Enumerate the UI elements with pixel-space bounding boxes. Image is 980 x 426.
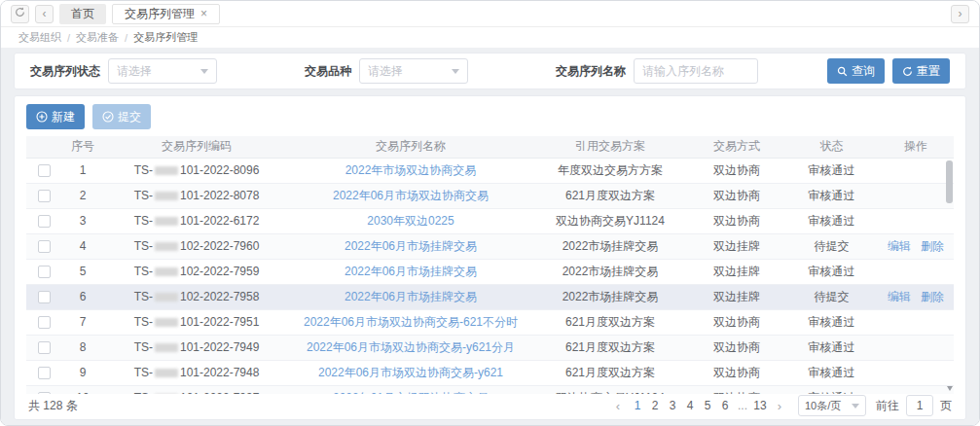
filter-variety-group: 交易品种 请选择 [305, 58, 468, 84]
code-cell: TS-101-2022-7937 [104, 385, 289, 394]
sequence-name-link[interactable]: 2022年06月市场双边协商交易-y621分月 [307, 340, 515, 354]
page-button[interactable]: 1 [629, 399, 646, 412]
page-list: 123456...13 [629, 399, 769, 412]
submit-button[interactable]: 提交 [92, 104, 151, 129]
method-cell: 双边挂牌 [688, 284, 785, 309]
code-prefix: TS- [134, 189, 153, 202]
sequence-name-link[interactable]: 2022年06月市场双边协商交易 [333, 189, 489, 202]
variety-select-placeholder: 请选择 [368, 63, 403, 80]
table-row: 9 TS-101-2022-7948 2022年06月市场双边协商交易-y621… [26, 360, 954, 385]
ops-cell: 编辑删除 [878, 284, 954, 309]
breadcrumb-item[interactable]: 交易组织 [18, 30, 61, 45]
vertical-scrollbar [945, 159, 954, 394]
method-cell: 双边挂牌 [688, 259, 785, 284]
code-prefix: TS- [134, 290, 153, 303]
row-checkbox[interactable] [38, 316, 51, 329]
chevron-down-icon [200, 69, 208, 74]
breadcrumb-separator: / [67, 32, 70, 44]
code-suffix: 101-2022-7951 [180, 315, 259, 329]
code-prefix: TS- [134, 265, 153, 278]
search-button[interactable]: 查询 [827, 58, 885, 84]
ops-cell [878, 360, 954, 385]
page-button[interactable]: 13 [751, 399, 769, 412]
tabs-scroll-left-button[interactable]: ‹ [35, 5, 54, 23]
row-index: 5 [61, 259, 104, 284]
page-button[interactable]: 5 [699, 399, 716, 412]
status-select[interactable]: 请选择 [108, 58, 217, 84]
variety-select[interactable]: 请选择 [359, 58, 468, 84]
row-checkbox[interactable] [38, 392, 51, 394]
row-checkbox[interactable] [38, 367, 51, 379]
breadcrumb-current: 交易序列管理 [133, 30, 198, 45]
code-prefix: TS- [134, 391, 153, 394]
code-redacted-segment [155, 242, 178, 251]
code-cell: TS-102-2022-7958 [104, 284, 289, 309]
tab-sequence-management[interactable]: 交易序列管理 × [112, 4, 220, 24]
row-checkbox[interactable] [38, 266, 51, 278]
table-row: 1 TS-101-2022-8096 2022年市场双边协商交易 年度双边交易方… [26, 158, 954, 183]
table-body: 1 TS-101-2022-8096 2022年市场双边协商交易 年度双边交易方… [26, 158, 954, 394]
plan-cell: 621月度双边方案 [532, 309, 688, 335]
next-page-icon[interactable]: › [771, 399, 788, 413]
delete-link[interactable]: 删除 [921, 239, 944, 253]
row-checkbox[interactable] [38, 240, 51, 253]
chevron-right-icon: › [959, 6, 962, 22]
code-suffix: 101-2022-7948 [180, 366, 259, 379]
goto-page-input[interactable] [906, 395, 933, 416]
close-icon[interactable]: × [200, 7, 207, 20]
scrollbar-down-arrow-icon[interactable] [947, 386, 953, 391]
row-checkbox[interactable] [38, 215, 51, 228]
table-header-row: 序号 交易序列编码 交易序列名称 引用交易方案 交易方式 状态 操作 [26, 136, 954, 158]
breadcrumb-item[interactable]: 交易准备 [76, 30, 119, 45]
sequence-name-link[interactable]: 2022年06月市场挂牌交易 [345, 265, 477, 278]
page-button[interactable]: 6 [716, 399, 734, 412]
sequence-name-link[interactable]: 2022年市场双边协商交易 [345, 163, 477, 177]
sequence-name-link[interactable]: 2022年01月市场双边协商交易 [333, 391, 489, 395]
sequence-name-link[interactable]: 2022年06月市场挂牌交易 [345, 239, 477, 253]
delete-link[interactable]: 删除 [921, 290, 944, 303]
filter-panel: 交易序列状态 请选择 交易品种 请选择 交易序列名称 [14, 53, 966, 89]
main-panel: 新建 提交 [14, 95, 966, 420]
page-size-select[interactable]: 10条/页 [798, 395, 866, 416]
row-checkbox[interactable] [38, 341, 51, 354]
header-operation: 操作 [878, 136, 954, 158]
app-window: ‹ 首页 交易序列管理 × › 交易组织 / 交易准备 / 交易序列管理 交易序… [0, 0, 980, 426]
sequence-name-input[interactable] [634, 58, 758, 84]
code-prefix: TS- [134, 163, 153, 177]
method-cell: 双边协商 [688, 183, 785, 208]
reset-button[interactable]: 重置 [892, 58, 950, 84]
tab-home[interactable]: 首页 [59, 4, 106, 24]
row-checkbox[interactable] [38, 190, 51, 202]
status-cell: 审核通过 [785, 309, 878, 335]
sequence-name-link[interactable]: 2022年06月市场双边协商交易-621不分时 [304, 315, 518, 329]
code-cell: TS-101-2022-7951 [104, 309, 289, 335]
page-button[interactable]: 2 [646, 399, 664, 412]
code-redacted-segment [155, 267, 178, 276]
code-cell: TS-101-2022-6172 [104, 208, 289, 233]
sequence-name-link[interactable]: 2022年06月市场双边协商交易-y621 [318, 366, 503, 379]
tabs-scroll-right-button[interactable]: › [951, 5, 969, 23]
header-name: 交易序列名称 [289, 136, 532, 158]
scrollbar-thumb[interactable] [946, 160, 953, 203]
row-checkbox[interactable] [38, 291, 51, 303]
header-plan: 引用交易方案 [532, 136, 688, 158]
code-prefix: TS- [134, 239, 153, 253]
code-suffix: 101-2022-7949 [180, 340, 259, 354]
table-row: 2 TS-101-2022-8078 2022年06月市场双边协商交易 621月… [26, 183, 954, 208]
edit-link[interactable]: 编辑 [888, 290, 911, 303]
status-cell: 审核通过 [785, 158, 878, 183]
prev-page-icon[interactable]: ‹ [609, 399, 627, 413]
sequence-name-link[interactable]: 2030年双边0225 [367, 214, 454, 228]
check-circle-icon [102, 111, 114, 123]
page-button[interactable]: 4 [681, 399, 699, 412]
plan-cell: 双边协商交易YJ1124 [532, 385, 688, 394]
sequence-name-link[interactable]: 2022年06月市场挂牌交易 [345, 290, 477, 303]
ops-cell [878, 183, 954, 208]
page-button[interactable]: 3 [664, 399, 681, 412]
filter-status-group: 交易序列状态 请选择 [30, 58, 217, 84]
edit-link[interactable]: 编辑 [888, 239, 911, 253]
ops-cell [878, 385, 954, 394]
row-checkbox[interactable] [38, 164, 51, 177]
create-button[interactable]: 新建 [26, 104, 85, 129]
refresh-button[interactable] [11, 5, 29, 23]
